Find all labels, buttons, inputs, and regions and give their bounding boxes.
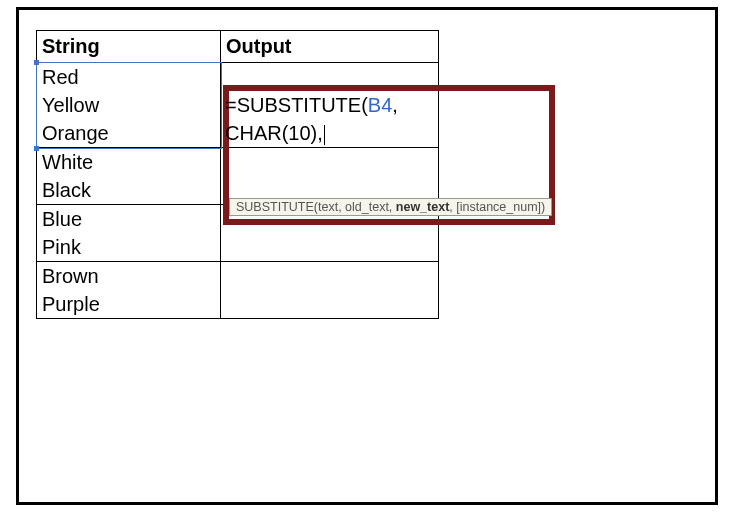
- tooltip-arg-old[interactable]: old_text: [345, 200, 389, 214]
- formula-token-open: (: [361, 94, 368, 116]
- tooltip-arg-inst[interactable]: [instance_num]: [456, 200, 541, 214]
- tooltip-close: ): [541, 200, 545, 214]
- formula-editor-line1[interactable]: =SUBSTITUTE(B4,: [225, 91, 398, 119]
- formula-editor-line2[interactable]: CHAR(10),: [225, 119, 325, 147]
- table-row: White Black: [37, 148, 439, 205]
- tooltip-arg-text[interactable]: text: [318, 200, 338, 214]
- formula-token-num: 10: [288, 122, 310, 144]
- cell-output-4[interactable]: [221, 262, 439, 319]
- formula-token-fn2: CHAR: [225, 122, 282, 144]
- table-row: Brown Purple: [37, 262, 439, 319]
- cell-string-2[interactable]: White Black: [37, 148, 221, 205]
- cell-string-3[interactable]: Blue Pink: [37, 205, 221, 262]
- text-caret: [324, 125, 325, 145]
- cell-string-4[interactable]: Brown Purple: [37, 262, 221, 319]
- formula-token-comma2: ,: [317, 122, 323, 144]
- table-row: Red Yellow Orange =SUBSTITUTE(B4, CHAR(1…: [37, 63, 439, 148]
- header-row: String Output: [37, 31, 439, 63]
- header-string[interactable]: String: [37, 31, 221, 63]
- formula-token-comma1: ,: [392, 94, 398, 116]
- cell-output-1[interactable]: =SUBSTITUTE(B4, CHAR(10),: [221, 63, 439, 148]
- cell-output-2[interactable]: [221, 148, 439, 205]
- formula-tooltip[interactable]: SUBSTITUTE(text, old_text, new_text, [in…: [229, 198, 552, 216]
- formula-token-fn: SUBSTITUTE: [237, 94, 361, 116]
- tooltip-arg-new[interactable]: new_text: [396, 200, 450, 214]
- formula-token-ref: B4: [368, 94, 392, 116]
- cell-string-1[interactable]: Red Yellow Orange: [37, 63, 221, 148]
- tooltip-sep2: ,: [389, 200, 396, 214]
- tooltip-fn: SUBSTITUTE: [236, 200, 314, 214]
- header-output[interactable]: Output: [221, 31, 439, 63]
- formula-token-eq: =: [225, 94, 237, 116]
- spreadsheet-table: String Output Red Yellow Orange =SUBSTIT…: [36, 30, 439, 319]
